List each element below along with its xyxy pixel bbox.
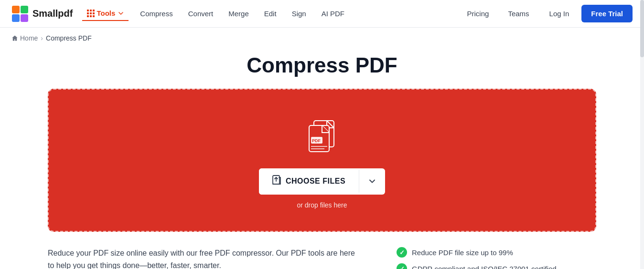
nav-convert[interactable]: Convert <box>181 0 221 28</box>
scrollbar-thumb[interactable] <box>640 0 644 57</box>
choose-files-row: CHOOSE FILES <box>259 168 385 195</box>
logo-text: Smallpdf <box>32 8 73 19</box>
bottom-section: Reduce your PDF size online easily with … <box>0 232 644 269</box>
pdf-illustration: PDF <box>301 117 343 155</box>
chevron-down-icon <box>368 177 376 186</box>
pricing-link[interactable]: Pricing <box>460 0 497 28</box>
description-text: Reduce your PDF size online easily with … <box>48 247 358 269</box>
chevron-down-icon <box>118 10 124 16</box>
breadcrumb-current-page: Compress PDF <box>46 34 92 42</box>
login-button[interactable]: Log In <box>541 6 578 21</box>
tools-label: Tools <box>97 9 115 17</box>
check-icon-2 <box>397 263 407 269</box>
grid-icon <box>87 10 95 17</box>
svg-rect-3 <box>21 14 28 22</box>
nav-aipdf[interactable]: AI PDF <box>314 0 352 28</box>
page-title: Compress PDF <box>0 49 644 89</box>
pdf-files-icon: PDF <box>301 117 343 155</box>
nav-edit[interactable]: Edit <box>257 0 284 28</box>
nav-sign[interactable]: Sign <box>284 0 314 28</box>
upload-icon <box>272 175 282 186</box>
features-list: Reduce PDF file size up to 99% GDPR comp… <box>397 247 557 269</box>
feature-item-1: Reduce PDF file size up to 99% <box>397 247 557 258</box>
svg-rect-2 <box>12 14 20 22</box>
choose-files-button[interactable]: CHOOSE FILES <box>259 168 359 195</box>
nav-merge[interactable]: Merge <box>221 0 257 28</box>
dropdown-arrow-button[interactable] <box>359 170 385 192</box>
feature-text-1: Reduce PDF file size up to 99% <box>412 248 513 257</box>
file-upload-icon <box>272 175 282 188</box>
feature-item-2: GDPR compliant and ISO/IEC 27001 certifi… <box>397 263 557 269</box>
breadcrumb-home-link[interactable]: Home <box>11 34 38 42</box>
free-trial-button[interactable]: Free Trial <box>581 5 633 22</box>
svg-text:PDF: PDF <box>312 138 321 143</box>
header: Smallpdf Tools Compress Convert Merge Ed… <box>0 0 644 28</box>
dropzone-wrapper: PDF CHOOSE FILES <box>0 89 644 232</box>
feature-text-2: GDPR compliant and ISO/IEC 27001 certifi… <box>412 265 557 269</box>
teams-link[interactable]: Teams <box>500 0 537 28</box>
dropzone[interactable]: PDF CHOOSE FILES <box>48 89 596 232</box>
breadcrumb-home-label: Home <box>20 34 38 42</box>
tools-button[interactable]: Tools <box>82 6 129 21</box>
svg-rect-1 <box>21 6 28 13</box>
logo-icon <box>11 5 29 22</box>
nav-right: Pricing Teams Log In Free Trial <box>460 0 633 28</box>
logo-area[interactable]: Smallpdf <box>11 5 73 22</box>
svg-rect-0 <box>12 6 20 13</box>
check-icon-1 <box>397 247 407 258</box>
scrollbar[interactable] <box>640 0 644 269</box>
drop-hint-text: or drop files here <box>297 201 347 209</box>
home-icon <box>11 35 18 41</box>
nav-compress[interactable]: Compress <box>132 0 180 28</box>
breadcrumb: Home › Compress PDF <box>0 28 644 49</box>
nav-links: Compress Convert Merge Edit Sign AI PDF <box>132 0 352 28</box>
choose-files-label: CHOOSE FILES <box>286 177 345 186</box>
breadcrumb-separator: › <box>41 34 43 42</box>
